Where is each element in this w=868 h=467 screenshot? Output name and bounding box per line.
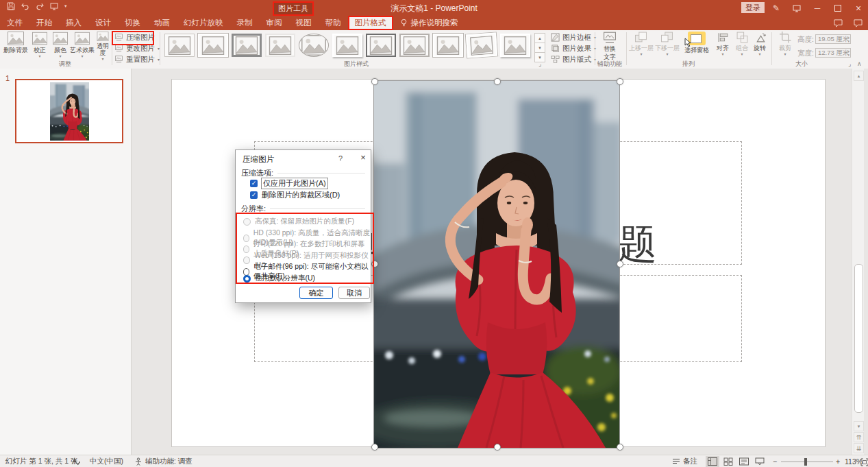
resize-handle-sw[interactable] bbox=[371, 444, 378, 451]
slide-counter[interactable]: 幻灯片 第 1 张, 共 1 张 bbox=[5, 455, 78, 467]
crop-button[interactable]: 裁剪▾ bbox=[776, 32, 795, 60]
shape-width-field[interactable]: 12.73 厘米 ▴▾ bbox=[815, 48, 851, 58]
picture-style-11[interactable] bbox=[500, 34, 530, 57]
group-button[interactable]: 组合▾ bbox=[733, 32, 751, 60]
tab-insert[interactable]: 插入 bbox=[59, 16, 88, 30]
resize-handle-se[interactable] bbox=[617, 444, 623, 451]
dialog-help-button[interactable]: ? bbox=[338, 154, 343, 163]
accessibility-group-label: 辅助功能 bbox=[591, 60, 629, 69]
change-picture-button[interactable]: 更改图片▾ bbox=[114, 43, 160, 53]
delete-cropped-checkbox-row[interactable]: ✓ 删除图片的剪裁区域(D) bbox=[250, 190, 340, 200]
ok-button[interactable]: 确定 bbox=[299, 287, 333, 299]
bring-forward-button[interactable]: 上移一层▾ bbox=[629, 32, 654, 60]
gallery-scroll-up[interactable]: ▴ bbox=[534, 33, 545, 43]
picture-effects-button[interactable]: 图片效果▾ bbox=[551, 43, 596, 53]
rotate-button[interactable]: 旋转▾ bbox=[751, 32, 769, 60]
cancel-button[interactable]: 取消 bbox=[338, 287, 370, 299]
resize-handle-ne[interactable] bbox=[617, 78, 623, 85]
picture-style-9[interactable] bbox=[433, 34, 463, 57]
minimize-button[interactable]: ─ bbox=[807, 0, 828, 16]
ink-icon[interactable]: ✎ bbox=[766, 0, 786, 16]
picture-style-7[interactable] bbox=[366, 34, 396, 57]
tab-review[interactable]: 审阅 bbox=[260, 16, 289, 30]
apply-only-checkbox-row[interactable]: ✓ 仅应用于此图片(A) bbox=[250, 178, 327, 189]
spellcheck-icon[interactable] bbox=[72, 455, 80, 467]
tab-file[interactable]: 文件 bbox=[0, 16, 29, 30]
transparency-icon bbox=[95, 32, 110, 41]
picture-style-3[interactable] bbox=[232, 34, 262, 57]
delete-cropped-checkbox[interactable]: ✓ bbox=[250, 191, 258, 199]
picture-style-4[interactable] bbox=[265, 34, 295, 57]
selected-picture[interactable] bbox=[374, 81, 619, 448]
ribbon-display-options-icon[interactable] bbox=[786, 0, 807, 16]
scroll-up-button[interactable]: ▴ bbox=[854, 71, 864, 81]
tab-slideshow[interactable]: 幻灯片放映 bbox=[177, 16, 230, 30]
scroll-down-button[interactable]: ▾ bbox=[854, 421, 864, 431]
scrollbar-thumb[interactable] bbox=[854, 264, 863, 413]
tab-record[interactable]: 录制 bbox=[230, 16, 260, 30]
shape-height-field[interactable]: 19.05 厘米 ▴▾ bbox=[815, 34, 851, 44]
next-slide-button[interactable]: ⇊ bbox=[854, 443, 864, 453]
reading-view-button[interactable] bbox=[737, 456, 751, 467]
restore-button[interactable] bbox=[828, 0, 848, 16]
resize-handle-e[interactable] bbox=[617, 261, 623, 267]
compress-pictures-button[interactable]: 压缩图片 bbox=[114, 32, 155, 43]
apply-only-checkbox[interactable]: ✓ bbox=[250, 180, 258, 187]
corrections-button[interactable]: 校正▾ bbox=[30, 32, 49, 60]
picture-layout-button[interactable]: 图片版式▾ bbox=[551, 54, 596, 64]
color-button[interactable]: 颜色▾ bbox=[51, 32, 70, 60]
send-backward-button[interactable]: 下移一层▾ bbox=[655, 32, 680, 60]
slide-sorter-view-button[interactable] bbox=[721, 456, 735, 467]
close-button[interactable]: × bbox=[848, 0, 868, 16]
radio-icon-selected[interactable] bbox=[243, 275, 251, 283]
tab-home[interactable]: 开始 bbox=[29, 16, 59, 30]
zoom-out-button[interactable]: − bbox=[773, 455, 777, 467]
vertical-scrollbar[interactable]: ▴ ▾ ⇈ ⇊ bbox=[852, 69, 864, 455]
artistic-effects-button[interactable]: 艺术效果▾ bbox=[70, 32, 95, 60]
size-dialog-launcher[interactable]: ⌟ bbox=[848, 60, 851, 67]
share-icon[interactable] bbox=[854, 19, 863, 27]
tab-transitions[interactable]: 切换 bbox=[118, 16, 147, 30]
tell-me-search[interactable]: 操作说明搜索 bbox=[393, 16, 465, 30]
picture-border-button[interactable]: 图片边框▾ bbox=[551, 32, 596, 43]
resize-handle-s[interactable] bbox=[494, 444, 501, 451]
tab-view[interactable]: 视图 bbox=[289, 16, 319, 30]
picture-style-8[interactable] bbox=[399, 34, 430, 57]
tab-design[interactable]: 设计 bbox=[88, 16, 118, 30]
dialog-close-button[interactable]: × bbox=[358, 152, 369, 163]
slideshow-view-button[interactable] bbox=[753, 456, 767, 467]
zoom-slider-track[interactable] bbox=[781, 462, 833, 462]
language-indicator[interactable]: 中文(中国) bbox=[90, 455, 123, 467]
tab-help[interactable]: 帮助 bbox=[319, 16, 348, 30]
tab-animations[interactable]: 动画 bbox=[147, 16, 177, 30]
comments-icon[interactable] bbox=[834, 19, 843, 27]
align-button[interactable]: 对齐▾ bbox=[714, 32, 732, 60]
picture-style-10[interactable] bbox=[466, 33, 497, 58]
picture-style-6[interactable] bbox=[332, 34, 362, 57]
resize-handle-n[interactable] bbox=[494, 78, 501, 85]
radio-use-default-resolution[interactable]: 使用默认分辨率(U) bbox=[243, 274, 315, 283]
picture-style-2[interactable] bbox=[198, 34, 228, 57]
reset-picture-button[interactable]: 重置图片▾ bbox=[114, 54, 160, 64]
powerpoint-window: ▾ 演示文稿1 - PowerPoint 图片工具 登录 ✎ ─ × 文件 开始… bbox=[0, 0, 868, 467]
sign-in-button[interactable]: 登录 bbox=[741, 2, 765, 13]
zoom-in-button[interactable]: + bbox=[836, 455, 840, 467]
alt-text-button[interactable]: 替换文字 bbox=[597, 32, 622, 60]
collapse-ribbon-button[interactable]: ∧ bbox=[857, 60, 862, 67]
transparency-button[interactable]: 透明度▾ bbox=[95, 32, 111, 60]
notes-button[interactable]: 备注 bbox=[672, 455, 697, 467]
zoom-slider-thumb[interactable] bbox=[804, 458, 807, 466]
picture-styles-dialog-launcher[interactable]: ⌟ bbox=[538, 60, 541, 67]
resize-handle-nw[interactable] bbox=[371, 78, 378, 85]
normal-view-button[interactable] bbox=[706, 456, 719, 467]
remove-background-button[interactable]: 删除背景 bbox=[3, 32, 29, 60]
gallery-scroll-down[interactable]: ▾ bbox=[534, 43, 545, 53]
slide-thumbnail[interactable] bbox=[15, 79, 123, 143]
picture-style-5[interactable] bbox=[299, 34, 329, 57]
accessibility-status[interactable]: 辅助功能: 调查 bbox=[134, 455, 193, 467]
previous-slide-button[interactable]: ⇈ bbox=[854, 432, 864, 442]
picture-style-1[interactable] bbox=[164, 34, 195, 57]
resize-handle-w[interactable] bbox=[371, 261, 378, 267]
fit-slide-button[interactable] bbox=[858, 457, 868, 467]
tab-picture-format[interactable]: 图片格式 bbox=[348, 16, 393, 30]
